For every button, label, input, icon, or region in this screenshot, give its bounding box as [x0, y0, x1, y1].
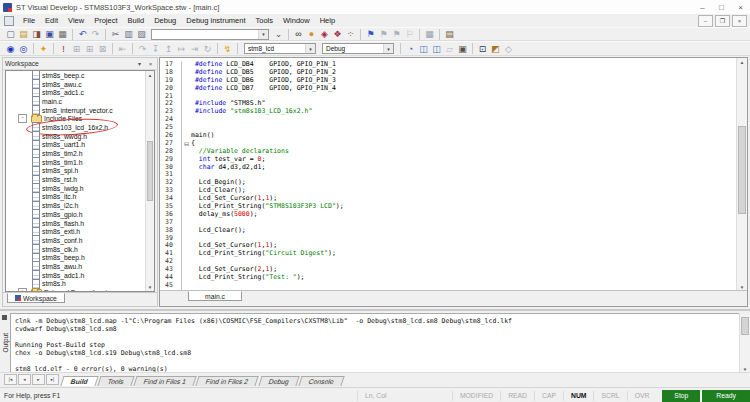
find-select-icon[interactable]: ⌄ [272, 28, 285, 40]
save-workspace-icon[interactable]: ◨ [30, 28, 43, 40]
find-in-files-icon[interactable]: ∞ [292, 28, 305, 40]
output-scrollbar-thumb[interactable] [741, 317, 749, 335]
tree-item-stm8s-conf-h[interactable]: stm8s_conf.h [6, 236, 154, 245]
menu-view[interactable]: View [63, 16, 89, 25]
prev-tab-button[interactable]: ◂ [18, 374, 31, 385]
output-tab-build[interactable]: Build [60, 376, 98, 386]
editor-tab-main-c[interactable]: main.c [188, 291, 242, 301]
goto-pc-icon[interactable]: ↯ [221, 43, 234, 55]
start-debugging-icon[interactable]: ◉ [4, 43, 17, 55]
workspace-tab[interactable]: Workspace [7, 293, 65, 303]
mdi-document-icon[interactable] [4, 16, 14, 26]
monitor-view-icon[interactable]: ⊡ [476, 43, 489, 55]
editor-scrollbar-thumb[interactable] [738, 126, 746, 214]
editor-scrollbar[interactable]: ▲ ▼ [736, 58, 747, 291]
build-icon[interactable]: ⊞ [70, 43, 83, 55]
menu-debug[interactable]: Debug [149, 16, 181, 25]
tree-item-stm8s-adc1-h[interactable]: stm8s_adc1.h [6, 271, 154, 280]
close-button[interactable]: × [731, 0, 750, 14]
erase-memory-icon[interactable]: ◇ [502, 43, 515, 55]
step-into-icon[interactable]: ↧ [149, 43, 162, 55]
chevron-down-icon[interactable]: ▾ [383, 44, 393, 53]
stop-hand-icon[interactable]: ● [305, 28, 318, 40]
chevron-down-icon[interactable]: ▾ [258, 30, 268, 39]
minimize-button[interactable]: – [693, 0, 712, 14]
menu-window[interactable]: Window [278, 16, 315, 25]
windows-layout-icon[interactable]: ▦ [423, 28, 436, 40]
memory-window-icon[interactable]: ◫ [417, 43, 430, 55]
last-tab-button[interactable]: ▸| [46, 374, 59, 385]
panel-close-button[interactable]: × [146, 60, 155, 68]
new-file-icon[interactable]: ▢ [4, 28, 17, 40]
step-over-icon[interactable]: ↷ [136, 43, 149, 55]
redo-icon[interactable]: ↷ [89, 28, 102, 40]
output-tab-tools[interactable]: Tools [97, 376, 134, 386]
paste-icon[interactable]: ▧ [135, 28, 148, 40]
tree-item-stm8s-h[interactable]: stm8s.h [6, 280, 154, 289]
chevron-down-icon[interactable]: ▾ [305, 44, 315, 53]
rebuild-all-icon[interactable]: ⊞ [83, 43, 96, 55]
restart-icon[interactable]: ⇤ [116, 43, 129, 55]
tree-item-stm8s-spi-h[interactable]: stm8s_spi.h [6, 167, 154, 176]
mdi-restore-button[interactable]: ❐ [715, 15, 730, 27]
find-text-combobox[interactable]: ▾ [151, 29, 269, 40]
tree-item-stm8s-adc1-c[interactable]: stm8s_adc1.c [6, 88, 154, 97]
panel-menu-button[interactable]: ▾ [135, 60, 144, 68]
copy-icon[interactable]: ▥ [122, 28, 135, 40]
open-icon[interactable]: ▤ [17, 28, 30, 40]
scroll-down-icon[interactable]: ▼ [146, 283, 154, 291]
active-configuration-combobox[interactable]: Debug▾ [322, 43, 394, 54]
menu-project[interactable]: Project [89, 16, 122, 25]
mdi-minimize-button[interactable]: – [698, 15, 713, 27]
workspace-panel-header[interactable]: Workspace ▾× [3, 58, 157, 70]
maximize-button[interactable]: □ [712, 0, 731, 14]
menu-file[interactable]: File [18, 16, 40, 25]
code-editor[interactable]: 17 #define LCD_DB4 GPIOD, GPIO_PIN_118 #… [159, 57, 748, 307]
run-to-cursor-icon[interactable]: ⇥ [188, 43, 201, 55]
toggle-breakpoint-icon[interactable]: ✦ [37, 43, 50, 55]
tree-scrollbar[interactable]: ▲ ▼ [145, 71, 154, 291]
tree-scrollbar-thumb[interactable] [147, 141, 153, 201]
next-tab-button[interactable]: ▸ [32, 374, 45, 385]
stop-button[interactable]: Stop [662, 390, 700, 402]
print-icon[interactable]: ▦ [56, 28, 69, 40]
menu-tools[interactable]: Tools [251, 16, 279, 25]
debug-instrument-settings-icon[interactable]: ◔ [404, 43, 417, 55]
output-tab-find-in-files-2[interactable]: Find in Files 2 [196, 376, 260, 386]
bookmark-clear-icon[interactable]: ⚐ [403, 28, 416, 40]
compile-icon[interactable]: ! [57, 43, 70, 55]
build-output[interactable]: clnk -m Debug\stm8_lcd.map -l"C:\Program… [10, 313, 740, 373]
continue-icon[interactable]: ↻ [201, 43, 214, 55]
bookmark-next-icon[interactable]: ⚑ [377, 28, 390, 40]
registers-window-icon[interactable]: ◫ [430, 43, 443, 55]
program-target-icon[interactable]: ▣ [456, 43, 469, 55]
cut-icon[interactable]: ✂ [109, 28, 122, 40]
browse-info-icon[interactable]: ❖ [331, 28, 344, 40]
step-asm-icon[interactable]: ↦ [175, 43, 188, 55]
bookmark-prev-icon[interactable]: ⚑ [390, 28, 403, 40]
bookmark-toggle-icon[interactable]: ⚑ [364, 28, 377, 40]
mcu-configuration-icon[interactable]: ◩ [489, 43, 502, 55]
step-out-icon[interactable]: ↥ [162, 43, 175, 55]
save-icon[interactable]: ▣ [43, 28, 56, 40]
undo-icon[interactable]: ↶ [76, 28, 89, 40]
source-browser-icon[interactable]: ⁘ [344, 28, 357, 40]
chip-view-icon[interactable]: ▱ [443, 43, 456, 55]
workspace-window-icon[interactable]: ◈ [318, 28, 331, 40]
collapse-icon[interactable]: - [18, 114, 27, 123]
output-tab-find-in-files-1[interactable]: Find in Files 1 [133, 376, 197, 386]
stop-build-icon[interactable]: ⊠ [96, 43, 109, 55]
menu-help[interactable]: Help [315, 16, 340, 25]
active-project-combobox[interactable]: stm8_lcd▾ [244, 43, 316, 54]
first-tab-button[interactable]: |◂ [4, 374, 17, 385]
print-setup-icon[interactable]: ▤ [443, 28, 456, 40]
mdi-close-button[interactable]: × [732, 15, 747, 27]
menu-debug-instrument[interactable]: Debug instrument [181, 16, 250, 25]
output-tab-console[interactable]: Console [298, 376, 344, 386]
code-area[interactable]: 17 #define LCD_DB4 GPIOD, GPIO_PIN_118 #… [160, 58, 737, 291]
scroll-up-icon[interactable]: ▲ [737, 58, 747, 66]
menu-edit[interactable]: Edit [40, 16, 63, 25]
tree-item-stm8s-iwdg-h[interactable]: stm8s_iwdg.h [6, 184, 154, 193]
menu-build[interactable]: Build [123, 16, 150, 25]
debug-reset-icon[interactable]: ◎ [17, 43, 30, 55]
